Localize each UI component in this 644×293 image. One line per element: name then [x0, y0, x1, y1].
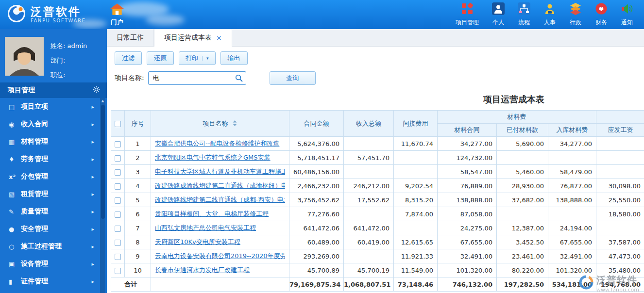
administration-icon — [569, 2, 582, 17]
output-button[interactable]: 输出 — [220, 51, 248, 65]
chevron-down-icon[interactable]: ▾ — [202, 56, 209, 61]
sidebar-menu-item[interactable]: ▮ 证件管理 ▸ — [0, 273, 107, 290]
table-area: 项目运营成本表 序号 项目名称 — [107, 94, 644, 292]
sidebar-menu: ▤ 项目立项 ▸ ◉ 收入合同 ▸ ▦ 材料管理 ▸ ♦ — [0, 98, 107, 290]
header-material-paid: 已付材料款 — [497, 124, 548, 137]
sidebar-menu-item[interactable]: x² 分包管理 ▸ — [0, 168, 107, 185]
sidebar-menu-item[interactable]: ▤ 项目立项 ▸ — [0, 98, 107, 115]
income-cell — [344, 137, 394, 151]
row-checkbox[interactable] — [115, 141, 121, 147]
row-checkbox[interactable] — [115, 254, 121, 260]
row-checkbox[interactable] — [115, 183, 121, 190]
sidebar-menu-item[interactable]: ▦ 材料管理 ▸ — [0, 133, 107, 150]
project-link[interactable]: 天府新区10Kv变电所安装工程 — [155, 238, 285, 246]
nav-item-finance[interactable]: ¥ 财务 — [595, 2, 608, 27]
total-material-contract: 746,132.00 — [438, 277, 497, 292]
total-material-paid: 197,282.50 — [497, 277, 548, 292]
nav-item-project-management[interactable]: 项目管理 — [456, 2, 479, 27]
material-stock-cell: 32,491.00 — [548, 249, 596, 263]
project-name-input[interactable] — [148, 71, 246, 85]
indirect-cost-cell: 11,549.00 — [394, 263, 438, 277]
gear-icon[interactable] — [93, 86, 100, 95]
income-cell: 45,700.19 — [344, 263, 394, 277]
nav-item-hr[interactable]: 人事 — [543, 2, 556, 27]
material-paid-cell: 28,930.00 — [497, 179, 548, 193]
header-project-name[interactable]: 项目名称 — [151, 111, 289, 137]
project-link[interactable]: 安徽合肥供电公司--配电设备检修维护和改造 — [155, 139, 285, 148]
sidebar-menu-item[interactable]: ♦ 劳务管理 ▸ — [0, 150, 107, 168]
menu-item-label: 设备管理 — [21, 260, 48, 268]
sidebar-section-project-management[interactable]: 项目管理 — [0, 82, 107, 98]
wages-cell — [596, 221, 644, 235]
sidebar-menu-item[interactable]: ◉ 收入合同 ▸ — [0, 115, 107, 133]
nav-item-workflow[interactable]: 流程 — [518, 2, 530, 27]
material-contract-cell: 34,277.00 — [438, 137, 497, 151]
search-icon[interactable] — [235, 74, 243, 84]
menu-item-label: 质量管理 — [21, 207, 48, 216]
project-link[interactable]: 改建铁路线增建第二线直通线（成都-西安）电力 — [155, 195, 285, 204]
portal-nav-item[interactable]: 门户 — [110, 3, 124, 27]
material-stock-cell: 34,277.00 — [548, 137, 596, 151]
indirect-cost-cell — [394, 221, 438, 235]
sidebar-menu-item[interactable]: ▣ 设备管理 ▸ — [0, 255, 107, 273]
project-link[interactable]: 贵阳项目样板间、大堂、电梯厅装修工程 — [155, 210, 285, 218]
sidebar-menu-item[interactable]: ○ 施工过程管理 ▸ — [0, 238, 107, 255]
header-no: 序号 — [125, 111, 151, 137]
svg-text:¥: ¥ — [599, 5, 603, 13]
sidebar-menu-item[interactable]: ✎ 质量管理 ▸ — [0, 203, 107, 220]
header-contract-amount: 合同金额 — [289, 111, 344, 137]
select-all-checkbox[interactable] — [115, 121, 121, 127]
sidebar-menu-item[interactable]: ● 安全管理 ▸ — [0, 220, 107, 238]
row-checkbox[interactable] — [115, 197, 121, 204]
row-checkbox[interactable] — [115, 226, 121, 232]
project-link[interactable]: 山西弘文房地产总公司电气安装工程 — [155, 224, 285, 232]
nav-item-personal[interactable]: 个人 — [492, 2, 505, 27]
nav-item-notification[interactable]: 通知 — [621, 2, 633, 27]
row-checkbox[interactable] — [115, 268, 121, 274]
print-button[interactable]: 打印 ▾ — [179, 51, 216, 65]
nav-item-administration[interactable]: 行政 — [569, 2, 582, 27]
material-stock-cell: 76,877.00 — [548, 179, 596, 193]
income-cell — [344, 249, 394, 263]
sidebar-menu-item[interactable]: ▧ 租赁管理 ▸ — [0, 185, 107, 203]
contract-amount-cell: 2,466,232.00 — [289, 179, 344, 193]
row-number: 10 — [125, 263, 151, 277]
project-link[interactable]: 云南电力设备安装有限公司2019--2020年度劳务分 — [155, 252, 285, 260]
menu-item-icon: ▤ — [9, 103, 21, 111]
row-checkbox[interactable] — [115, 169, 121, 176]
project-link[interactable]: 电子科技大学区域人行道及非机动车道工程施工 — [155, 167, 285, 176]
top-navigation: 项目管理 个人 流程 — [456, 2, 644, 27]
indirect-cost-cell — [394, 151, 438, 165]
wages-cell — [596, 137, 644, 151]
indirect-cost-cell: 11,921.33 — [394, 249, 438, 263]
query-button[interactable]: 查询 — [270, 71, 316, 85]
tab-project-operating-cost[interactable]: 项目运营成本表 × — [154, 29, 232, 47]
scrollbar-up-arrow[interactable]: ▲ — [100, 98, 105, 104]
tab-daily-work[interactable]: 日常工作 — [107, 29, 154, 46]
sort-icon[interactable] — [232, 120, 237, 128]
material-paid-cell — [497, 207, 548, 221]
scrollbar-thumb[interactable] — [101, 105, 105, 219]
workflow-icon — [518, 2, 530, 17]
project-link[interactable]: 长春市伊通河水力发电厂改建工程 — [155, 266, 285, 275]
finance-icon: ¥ — [595, 2, 608, 17]
tab-bar: 日常工作 项目运营成本表 × — [107, 29, 644, 47]
menu-item-icon: ▦ — [9, 138, 21, 146]
header-indirect-cost: 间接费用 — [394, 111, 438, 137]
row-checkbox[interactable] — [115, 240, 121, 246]
wages-cell — [596, 151, 644, 165]
income-cell: 641,472.00 — [344, 221, 394, 235]
restore-button[interactable]: 还原 — [147, 51, 174, 65]
material-contract-cell: 87,058.00 — [438, 207, 497, 221]
chevron-right-icon: ▸ — [91, 278, 94, 285]
close-icon[interactable]: × — [216, 34, 222, 42]
header-material-stock: 入库材料费 — [548, 124, 596, 137]
menu-item-label: 施工过程管理 — [21, 242, 62, 251]
filter-button[interactable]: 过滤 — [115, 51, 142, 65]
indirect-cost-cell: 12,615.65 — [394, 235, 438, 249]
row-checkbox[interactable] — [115, 155, 121, 162]
project-link[interactable]: 改建铁路成渝线增建第二直通线（成渝枢纽）电力 — [155, 181, 285, 190]
project-link[interactable]: 北京朝阳区电气中芯特气系统之GMS安装 — [155, 153, 285, 162]
wages-cell — [596, 165, 644, 179]
row-checkbox[interactable] — [115, 212, 121, 218]
